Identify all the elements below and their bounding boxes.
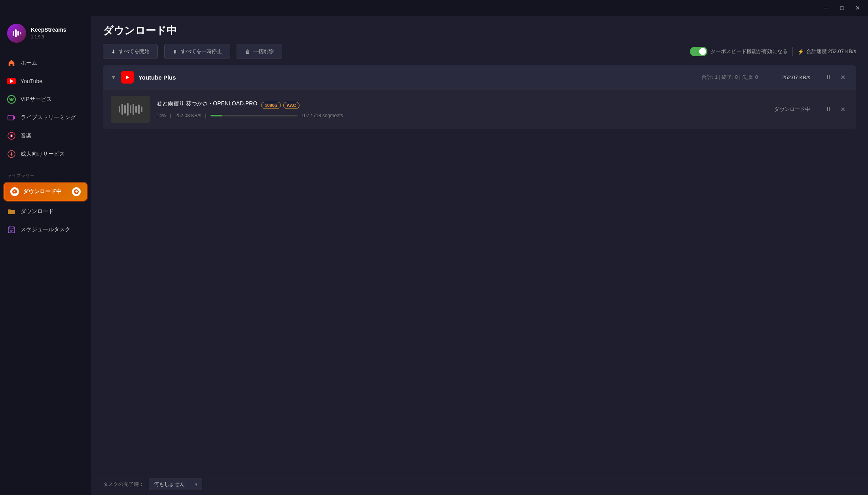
library-section-label: ライブラリー	[0, 166, 91, 181]
logo-icon	[7, 24, 26, 43]
sidebar-item-adult-label: 成人向けサービス	[21, 150, 65, 158]
task-complete-select[interactable]: 何もしません シャットダウン スリープ アプリを終了	[149, 478, 202, 490]
pause-all-label: すべてを一時停止	[181, 48, 222, 55]
folder-icon	[7, 207, 16, 216]
sidebar-item-music[interactable]: 音楽	[0, 127, 91, 145]
minimize-button[interactable]: ─	[819, 2, 833, 14]
item-status: ダウンロード中	[774, 106, 810, 113]
speed-display: ⚡ 合計速度 252.07 KB/s	[798, 48, 856, 55]
svg-rect-3	[20, 32, 21, 34]
task-complete-label: タスクの完了時：	[103, 481, 144, 488]
svg-rect-0	[13, 31, 14, 36]
task-complete-select-wrap: 何もしません シャットダウン スリープ アプリを終了	[149, 478, 202, 490]
sidebar-item-youtube[interactable]: YouTube	[0, 72, 91, 90]
turbo-toggle-switch[interactable]	[690, 47, 707, 56]
sidebar-item-home-label: ホーム	[21, 59, 37, 67]
group-chevron-icon[interactable]: ▼	[111, 74, 116, 80]
progress-bar	[210, 115, 298, 116]
maximize-button[interactable]: □	[835, 2, 849, 14]
sidebar: KeepStreams 1.1.9.9 ホーム	[0, 16, 91, 495]
home-icon	[7, 59, 16, 67]
sidebar-item-adult[interactable]: 成人向けサービス	[0, 145, 91, 163]
delete-all-icon: 🗑	[245, 49, 250, 55]
app-version: 1.1.9.9	[31, 34, 44, 39]
nav-menu: ホーム YouTube	[0, 51, 91, 166]
item-speed: 252.08 KB/s	[175, 113, 201, 118]
bottom-bar: タスクの完了時： 何もしません シャットダウン スリープ アプリを終了	[91, 473, 868, 495]
start-all-button[interactable]: ⬇ すべてを開始	[103, 44, 158, 59]
waveform-visual	[119, 103, 142, 116]
youtube-icon	[7, 77, 16, 86]
item-thumbnail	[111, 96, 150, 123]
turbo-label: ターボスピード機能が有効になる	[711, 48, 788, 55]
group-youtube-icon	[121, 71, 134, 84]
delete-all-button[interactable]: 🗑 一括削除	[237, 44, 282, 59]
sidebar-item-vip-label: VIPサービス	[21, 96, 52, 103]
sidebar-item-downloads-label: ダウンロード	[21, 208, 54, 215]
close-button[interactable]: ✕	[851, 2, 865, 14]
download-active-right-icon	[72, 187, 81, 196]
start-all-label: すべてを開始	[119, 48, 150, 55]
toolbar-divider	[792, 47, 793, 56]
item-info: 君と雨宿り 葵つかさ - OPENLOAD.PRO 1080p AAC 14% …	[157, 100, 768, 118]
speed-value: 合計速度 252.07 KB/s	[806, 48, 856, 55]
item-actions: ⏸ ✕	[823, 104, 848, 115]
download-item: 君と雨宿り 葵つかさ - OPENLOAD.PRO 1080p AAC 14% …	[103, 89, 856, 129]
adult-icon	[7, 150, 16, 158]
svg-point-7	[10, 98, 13, 101]
item-badges: 1080p AAC	[261, 102, 299, 109]
toolbar-right: ターボスピード機能が有効になる ⚡ 合計速度 252.07 KB/s	[690, 47, 856, 56]
svg-rect-1	[15, 29, 17, 37]
group-pause-button[interactable]: ⏸	[823, 72, 834, 83]
window-controls: ─ □ ✕	[819, 2, 865, 14]
item-percent: 14%	[157, 113, 166, 118]
group-actions: ⏸ ✕	[823, 72, 848, 83]
sidebar-item-downloads[interactable]: ダウンロード	[0, 202, 91, 221]
svg-rect-8	[8, 115, 13, 120]
group-header: ▼ Youtube Plus 合計: 1 | 終了: 0 | 失敗: 0 252…	[103, 65, 856, 89]
sidebar-item-youtube-label: YouTube	[21, 78, 42, 84]
lightning-icon: ⚡	[798, 49, 804, 55]
turbo-toggle: ターボスピード機能が有効になる	[690, 47, 788, 56]
download-list: ▼ Youtube Plus 合計: 1 | 終了: 0 | 失敗: 0 252…	[91, 65, 868, 473]
svg-rect-2	[17, 31, 19, 36]
svg-rect-22	[8, 227, 15, 233]
group-speed: 252.07 KB/s	[771, 74, 810, 80]
resolution-badge: 1080p	[261, 102, 280, 109]
item-segments: 107 / 718 segments	[301, 113, 343, 118]
svg-point-12	[11, 135, 12, 137]
sidebar-item-music-label: 音楽	[21, 132, 32, 139]
main-header: ダウンロード中	[91, 16, 868, 44]
download-group-youtube: ▼ Youtube Plus 合計: 1 | 終了: 0 | 失敗: 0 252…	[103, 65, 856, 129]
pause-all-icon: ⏸	[172, 49, 178, 55]
start-all-icon: ⬇	[111, 49, 116, 55]
sidebar-item-downloading[interactable]: ダウンロード中	[4, 183, 87, 201]
group-close-button[interactable]: ✕	[837, 72, 848, 83]
vip-icon	[7, 95, 16, 104]
app-name: KeepStreams	[31, 27, 66, 33]
pause-all-button[interactable]: ⏸ すべてを一時停止	[164, 44, 230, 59]
download-active-left-icon	[10, 187, 19, 196]
item-pause-button[interactable]: ⏸	[823, 104, 834, 115]
sidebar-item-vip[interactable]: VIPサービス	[0, 90, 91, 109]
schedule-icon	[7, 225, 16, 234]
main-content: ダウンロード中 ⬇ すべてを開始 ⏸ すべてを一時停止 🗑 一括削除 ターボスピ…	[91, 16, 868, 495]
live-icon	[7, 113, 16, 122]
sidebar-item-live-label: ライブストリーミング	[21, 114, 76, 121]
sidebar-item-downloading-label: ダウンロード中	[23, 188, 68, 195]
sidebar-item-schedule-label: スケジュールタスク	[21, 226, 70, 233]
progress-bar-fill	[210, 115, 223, 116]
title-bar: ─ □ ✕	[0, 0, 868, 16]
format-badge: AAC	[283, 102, 300, 109]
page-title: ダウンロード中	[103, 24, 177, 38]
sidebar-item-home[interactable]: ホーム	[0, 54, 91, 72]
delete-all-label: 一括削除	[253, 48, 274, 55]
sidebar-item-schedule[interactable]: スケジュールタスク	[0, 221, 91, 239]
toolbar: ⬇ すべてを開始 ⏸ すべてを一時停止 🗑 一括削除 ターボスピード機能が有効に…	[91, 44, 868, 65]
group-stats: 合計: 1 | 終了: 0 | 失敗: 0	[701, 74, 758, 81]
item-title: 君と雨宿り 葵つかさ - OPENLOAD.PRO	[157, 100, 257, 107]
app-logo: KeepStreams 1.1.9.9	[0, 16, 91, 51]
music-icon	[7, 131, 16, 140]
item-close-button[interactable]: ✕	[837, 104, 848, 115]
sidebar-item-live[interactable]: ライブストリーミング	[0, 109, 91, 127]
